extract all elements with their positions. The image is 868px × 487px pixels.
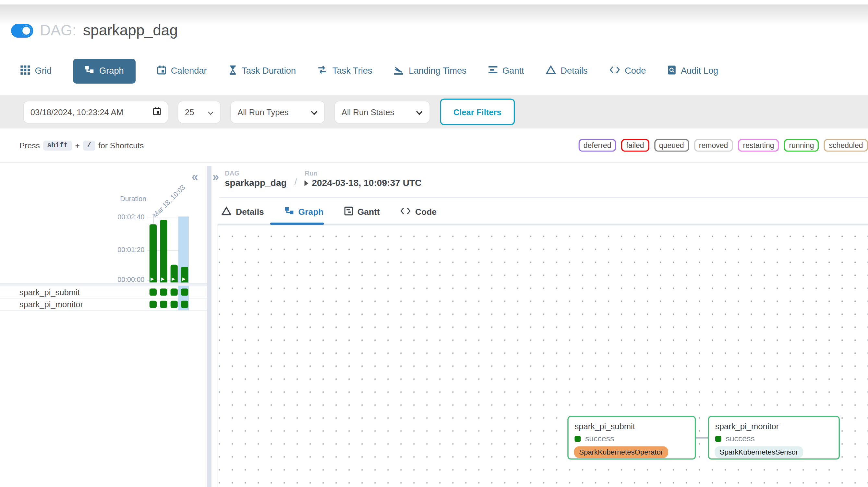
run-states-select[interactable]: All Run States: [334, 100, 430, 123]
breadcrumb-dag-value: sparkapp_dag: [225, 178, 287, 188]
chevron-down-icon: [208, 107, 214, 117]
run-tab-details[interactable]: Details: [221, 207, 264, 218]
run-tab-label: Graph: [299, 207, 324, 217]
breadcrumb-dag-label: DAG: [225, 170, 287, 177]
run-type-play-icon: ▶: [161, 276, 165, 282]
nav-tab-label: Audit Log: [681, 66, 718, 76]
dag-run-bar[interactable]: ▶: [160, 220, 167, 283]
slash-key: /: [83, 141, 95, 151]
graph-canvas[interactable]: spark_pi_submitsuccessSparkKubernetesOpe…: [218, 225, 868, 487]
task-node-spark_pi_submit[interactable]: spark_pi_submitsuccessSparkKubernetesOpe…: [567, 416, 696, 460]
expand-panel-icon[interactable]: »: [213, 171, 219, 182]
nav-tab-grid[interactable]: Grid: [21, 65, 52, 77]
calendar-icon: [157, 65, 166, 77]
task-instance-success[interactable]: [160, 288, 167, 295]
run-tab-gantt[interactable]: Gantt: [344, 207, 380, 218]
state-badge-queued[interactable]: queued: [654, 139, 689, 152]
run-types-select[interactable]: All Run Types: [230, 100, 325, 123]
panel-divider[interactable]: [207, 166, 212, 487]
task-instance-success[interactable]: [170, 300, 178, 308]
nav-tab-code[interactable]: Code: [609, 66, 646, 76]
task-row-spark_pi_submit[interactable]: spark_pi_submit: [0, 286, 207, 299]
breadcrumb-run-label: Run: [305, 170, 421, 177]
task-node-spark_pi_monitor[interactable]: spark_pi_monitorsuccessSparkKubernetesSe…: [708, 416, 840, 460]
task-instance-success[interactable]: [150, 288, 157, 295]
nav-tab-task-duration[interactable]: Task Duration: [228, 65, 296, 77]
axis-tick: [153, 214, 154, 224]
duration-axis-label: Duration: [120, 195, 146, 203]
task-instance-success[interactable]: [160, 300, 167, 308]
nav-tab-label: Task Duration: [242, 66, 296, 76]
audit-icon: [668, 65, 676, 77]
breadcrumb-separator: /: [294, 177, 297, 187]
shortcut-row: Press shift + / for Shortcuts deferredfa…: [0, 128, 868, 163]
nav-tab-landing-times[interactable]: Landing Times: [394, 65, 466, 77]
gantt-sm-icon: [344, 207, 353, 218]
task-instance-success[interactable]: [181, 288, 188, 295]
task-row-spark_pi_monitor[interactable]: spark_pi_monitor: [0, 298, 207, 310]
clear-filters-button[interactable]: Clear Filters: [440, 99, 515, 125]
page-size-select[interactable]: 25: [178, 100, 221, 123]
gantt-icon: [488, 65, 497, 76]
nav-tab-gantt[interactable]: Gantt: [488, 65, 524, 76]
chevron-down-icon: [416, 107, 423, 117]
grid-panel: « Duration Mar 18, 10:03 00:02:40 00:01:…: [0, 163, 207, 487]
task-instance-success[interactable]: [150, 300, 157, 308]
dag-label-prefix: DAG:: [40, 22, 76, 39]
code-icon: [609, 66, 620, 76]
code-icon: [400, 207, 411, 217]
nav-tab-graph[interactable]: Graph: [73, 58, 135, 83]
warning-icon: [546, 65, 556, 76]
active-tab-underline: [270, 222, 324, 225]
nav-tab-audit-log[interactable]: Audit Log: [668, 65, 718, 77]
state-badge-running[interactable]: running: [784, 139, 819, 152]
state-badge-restarting[interactable]: restarting: [738, 139, 779, 152]
y-tick-1: 00:01:20: [117, 246, 144, 254]
state-badge-removed[interactable]: removed: [694, 139, 733, 152]
state-legend: deferredfailedqueuedremovedrestartingrun…: [578, 139, 868, 152]
nav-tab-label: Gantt: [502, 66, 524, 76]
run-states-value: All Run States: [342, 107, 394, 117]
nav-tab-label: Task Tries: [333, 66, 372, 76]
state-badge-deferred[interactable]: deferred: [578, 139, 616, 152]
task-instance-success[interactable]: [170, 288, 178, 295]
calendar-icon: [153, 107, 161, 117]
run-tab-code[interactable]: Code: [400, 207, 437, 217]
nav-tab-label: Graph: [99, 66, 124, 76]
press-text: Press: [20, 141, 40, 150]
nav-tab-details[interactable]: Details: [546, 65, 588, 76]
dag-run-bar[interactable]: ▶: [150, 224, 157, 282]
breadcrumb-border: [219, 197, 868, 198]
nav-tab-task-tries[interactable]: Task Tries: [317, 65, 372, 76]
state-badge-scheduled[interactable]: scheduled: [824, 139, 868, 152]
airflow-dag-page: DAG: sparkapp_dag GridGraphCalendarTask …: [0, 0, 868, 487]
run-triangle-icon: [305, 180, 308, 186]
chevron-down-icon: [310, 107, 317, 117]
nav-tab-label: Details: [560, 66, 587, 76]
task-node-title: spark_pi_submit: [575, 422, 694, 431]
state-badge-failed[interactable]: failed: [621, 139, 649, 152]
state-square-icon: [575, 435, 581, 442]
filter-bar: 03/18/2024, 10:23:24 AM 25 All Run Types…: [0, 95, 868, 128]
task-name: spark_pi_monitor: [20, 300, 83, 309]
run-type-play-icon: ▶: [172, 276, 175, 282]
dag-title: sparkapp_dag: [83, 22, 178, 39]
dag-run-bar[interactable]: ▶: [181, 267, 188, 283]
run-column-label[interactable]: Mar 18, 10:03: [151, 171, 200, 219]
breadcrumb-run-value: 2024-03-18, 10:09:37 UTC: [312, 178, 421, 188]
operator-badge: SparkKubernetesSensor: [715, 447, 803, 458]
breadcrumb-run[interactable]: Run 2024-03-18, 10:09:37 UTC: [305, 170, 421, 188]
nav-tab-label: Landing Times: [409, 66, 466, 76]
base-date-input[interactable]: 03/18/2024, 10:23:24 AM: [23, 100, 168, 123]
breadcrumb-dag[interactable]: DAG sparkapp_dag: [225, 170, 287, 188]
nav-tab-calendar[interactable]: Calendar: [157, 65, 207, 77]
run-detail-panel: » DAG sparkapp_dag / Run 2024-03-18, 10:…: [212, 163, 868, 487]
dag-run-bar[interactable]: ▶: [170, 265, 178, 283]
dag-pause-toggle[interactable]: [11, 24, 33, 38]
run-tab-label: Details: [236, 207, 264, 217]
page-size-value: 25: [185, 107, 194, 117]
shortcut-suffix: for Shortcuts: [98, 141, 144, 150]
task-instance-success[interactable]: [181, 300, 188, 308]
run-tab-graph[interactable]: Graph: [284, 206, 324, 218]
nav-tab-label: Code: [625, 66, 646, 76]
